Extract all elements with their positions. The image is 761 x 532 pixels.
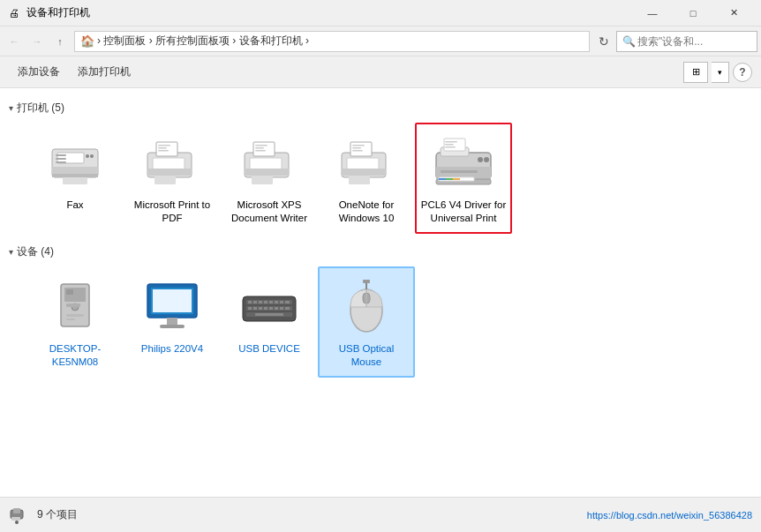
printer-item-ms-xps[interactable]: Microsoft XPS Document Writer <box>221 123 318 234</box>
svg-rect-47 <box>445 146 456 148</box>
maximize-button[interactable]: □ <box>673 0 713 26</box>
svg-point-6 <box>90 154 94 158</box>
add-device-button[interactable]: 添加设备 <box>9 60 69 85</box>
ms-xps-label: Microsoft XPS Document Writer <box>226 199 313 225</box>
svg-rect-54 <box>66 318 75 320</box>
svg-rect-8 <box>56 158 66 160</box>
philips-icon <box>140 275 204 339</box>
onenote-label: OneNote for Windows 10 <box>323 199 410 225</box>
fax-icon <box>43 131 107 195</box>
svg-rect-15 <box>158 145 170 146</box>
window-icon: 🖨 <box>7 6 21 20</box>
forward-button[interactable]: → <box>26 31 48 52</box>
help-button[interactable]: ? <box>733 63 752 82</box>
usb-mouse-icon <box>335 275 398 339</box>
svg-rect-7 <box>56 154 66 156</box>
device-item-philips[interactable]: Philips 220V4 <box>124 266 221 378</box>
device-item-usb[interactable]: USB DEVICE <box>221 266 318 378</box>
svg-rect-33 <box>352 150 363 152</box>
devices-section-title: 设备 (4) <box>17 244 54 259</box>
printers-grid: Fax Microsoft Print to PDF <box>26 123 752 234</box>
svg-rect-51 <box>66 289 73 295</box>
svg-rect-30 <box>350 142 372 156</box>
devices-chevron-icon[interactable]: ▾ <box>9 247 13 257</box>
printer-item-fax[interactable]: Fax <box>26 123 124 234</box>
window-controls: — □ ✕ <box>632 0 754 26</box>
svg-rect-73 <box>248 307 252 310</box>
address-path-field[interactable]: 🏠 › 控制面板 › 所有控制面板项 › 设备和打印机 › <box>74 31 590 52</box>
svg-rect-70 <box>275 301 278 303</box>
status-bar: 9 个项目 https://blog.csdn.net/weixin_56386… <box>0 497 761 532</box>
search-box: 🔍 <box>616 31 757 52</box>
svg-rect-65 <box>248 301 252 303</box>
toolbar: 添加设备 添加打印机 ⊞ ▾ ? <box>0 56 761 88</box>
svg-rect-71 <box>280 301 283 303</box>
svg-rect-14 <box>156 142 177 156</box>
svg-rect-17 <box>158 150 169 152</box>
svg-point-43 <box>478 157 483 162</box>
title-bar: 🖨 设备和打印机 — □ ✕ <box>0 0 761 26</box>
svg-rect-80 <box>285 307 290 310</box>
devices-section-header: ▾ 设备 (4) <box>9 244 752 259</box>
printer-item-pcl6[interactable]: PCL6 V4 Driver for Universal Print <box>415 123 512 234</box>
svg-rect-77 <box>269 307 273 310</box>
svg-rect-59 <box>160 325 185 328</box>
svg-rect-69 <box>269 301 273 303</box>
svg-point-5 <box>86 154 89 158</box>
toolbar-right: ⊞ ▾ ? <box>683 62 752 83</box>
svg-rect-74 <box>253 307 257 310</box>
ms-xps-icon <box>237 131 301 195</box>
svg-point-44 <box>484 157 489 162</box>
svg-rect-88 <box>13 508 20 513</box>
printers-chevron-icon[interactable]: ▾ <box>9 103 13 113</box>
svg-rect-79 <box>280 307 283 310</box>
address-bar: ← → ↑ 🏠 › 控制面板 › 所有控制面板项 › 设备和打印机 › ↻ 🔍 <box>0 26 761 56</box>
svg-rect-22 <box>253 142 275 156</box>
pcl6-label: PCL6 V4 Driver for Universal Print <box>420 199 507 225</box>
svg-rect-21 <box>252 176 273 184</box>
view-dropdown-button[interactable]: ▾ <box>712 62 729 83</box>
device-item-usb-mouse[interactable]: USB Optical Mouse <box>318 266 415 378</box>
printers-section-title: 打印机 (5) <box>17 101 64 116</box>
usb-device-icon <box>237 275 301 339</box>
desktop-label: DESKTOP-KE5NM08 <box>32 342 118 369</box>
printer-item-onenote[interactable]: OneNote for Windows 10 <box>318 123 415 234</box>
svg-rect-75 <box>259 307 262 310</box>
status-count: 9 个项目 <box>37 507 78 522</box>
usb-device-label: USB DEVICE <box>238 342 300 356</box>
svg-rect-86 <box>363 280 370 283</box>
add-printer-button[interactable]: 添加打印机 <box>69 60 139 85</box>
refresh-button[interactable]: ↻ <box>593 31 614 52</box>
window-title: 设备和打印机 <box>26 5 632 20</box>
philips-label: Philips 220V4 <box>141 342 203 356</box>
svg-rect-23 <box>255 145 267 146</box>
svg-rect-53 <box>66 314 84 317</box>
svg-rect-32 <box>352 147 361 149</box>
svg-rect-24 <box>255 147 264 149</box>
svg-rect-58 <box>167 318 177 325</box>
svg-rect-40 <box>439 178 446 180</box>
status-link[interactable]: https://blog.csdn.net/weixin_56386428 <box>587 510 752 521</box>
svg-point-90 <box>15 521 19 524</box>
printer-item-ms-pdf[interactable]: Microsoft Print to PDF <box>124 123 221 234</box>
desktop-icon <box>43 275 107 339</box>
svg-rect-55 <box>66 303 80 307</box>
svg-rect-4 <box>63 177 87 184</box>
close-button[interactable]: ✕ <box>713 0 754 26</box>
svg-rect-13 <box>154 176 176 184</box>
printers-section-header: ▾ 打印机 (5) <box>9 101 752 116</box>
svg-rect-3 <box>52 174 98 177</box>
svg-rect-31 <box>352 145 365 146</box>
up-button[interactable]: ↑ <box>49 31 71 52</box>
svg-rect-28 <box>342 169 386 176</box>
device-item-desktop[interactable]: DESKTOP-KE5NM08 <box>26 266 124 378</box>
svg-rect-41 <box>446 178 453 180</box>
svg-rect-46 <box>445 144 454 146</box>
view-toggle-button[interactable]: ⊞ <box>683 62 708 83</box>
search-input[interactable] <box>637 35 743 48</box>
svg-rect-16 <box>158 147 167 149</box>
minimize-button[interactable]: — <box>632 0 673 26</box>
back-button[interactable]: ← <box>4 31 25 52</box>
svg-rect-25 <box>255 150 266 152</box>
main-content: ▾ 打印机 (5) Fax <box>0 88 761 497</box>
